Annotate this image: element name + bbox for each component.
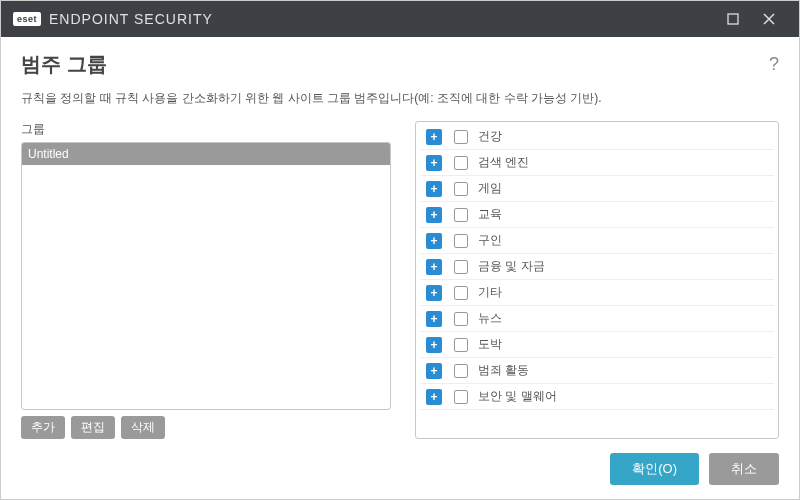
category-label: 범죄 활동 (478, 362, 768, 379)
category-checkbox[interactable] (454, 234, 468, 248)
categories-pane: +건강+검색 엔진+게임+교육+구인+금융 및 자금+기타+뉴스+도박+범죄 활… (415, 121, 779, 439)
delete-button[interactable]: 삭제 (121, 416, 165, 439)
category-checkbox[interactable] (454, 312, 468, 326)
category-checkbox[interactable] (454, 208, 468, 222)
group-list[interactable]: Untitled (21, 142, 391, 410)
expand-icon[interactable]: + (426, 337, 442, 353)
close-icon (763, 13, 775, 25)
expand-icon[interactable]: + (426, 389, 442, 405)
category-label: 뉴스 (478, 310, 768, 327)
category-row: +도박 (420, 332, 774, 358)
category-row: +건강 (420, 124, 774, 150)
category-label: 금융 및 자금 (478, 258, 768, 275)
footer: 확인(O) 취소 (1, 439, 799, 499)
category-checkbox[interactable] (454, 156, 468, 170)
cancel-button[interactable]: 취소 (709, 453, 779, 485)
groups-label: 그룹 (21, 121, 391, 138)
expand-icon[interactable]: + (426, 233, 442, 249)
expand-icon[interactable]: + (426, 259, 442, 275)
category-row: +기타 (420, 280, 774, 306)
groups-pane: 그룹 Untitled 추가 편집 삭제 (21, 121, 391, 439)
category-row: +뉴스 (420, 306, 774, 332)
category-checkbox[interactable] (454, 338, 468, 352)
category-checkbox[interactable] (454, 390, 468, 404)
ok-button[interactable]: 확인(O) (610, 453, 699, 485)
minimize-button[interactable] (715, 1, 751, 37)
category-label: 구인 (478, 232, 768, 249)
titlebar: eset ENDPOINT SECURITY (1, 1, 799, 37)
category-checkbox[interactable] (454, 130, 468, 144)
category-row: +검색 엔진 (420, 150, 774, 176)
page-description: 규칙을 정의할 때 규칙 사용을 간소화하기 위한 웹 사이트 그룹 범주입니다… (21, 90, 779, 107)
category-row: +보안 및 맬웨어 (420, 384, 774, 410)
category-checkbox[interactable] (454, 260, 468, 274)
category-checkbox[interactable] (454, 364, 468, 378)
category-row: +구인 (420, 228, 774, 254)
category-checkbox[interactable] (454, 182, 468, 196)
category-checkbox[interactable] (454, 286, 468, 300)
category-row: +금융 및 자금 (420, 254, 774, 280)
add-button[interactable]: 추가 (21, 416, 65, 439)
categories-scroll[interactable]: +건강+검색 엔진+게임+교육+구인+금융 및 자금+기타+뉴스+도박+범죄 활… (416, 122, 778, 438)
close-button[interactable] (751, 1, 787, 37)
svg-rect-0 (728, 14, 738, 24)
expand-icon[interactable]: + (426, 181, 442, 197)
minimize-icon (727, 13, 739, 25)
category-row: +범죄 활동 (420, 358, 774, 384)
category-label: 검색 엔진 (478, 154, 768, 171)
expand-icon[interactable]: + (426, 207, 442, 223)
expand-icon[interactable]: + (426, 311, 442, 327)
expand-icon[interactable]: + (426, 363, 442, 379)
category-label: 교육 (478, 206, 768, 223)
expand-icon[interactable]: + (426, 129, 442, 145)
page-title: 범주 그룹 (21, 51, 107, 78)
category-row: +교육 (420, 202, 774, 228)
brand-text: ENDPOINT SECURITY (49, 11, 213, 27)
category-label: 건강 (478, 128, 768, 145)
category-label: 보안 및 맬웨어 (478, 388, 768, 405)
expand-icon[interactable]: + (426, 155, 442, 171)
expand-icon[interactable]: + (426, 285, 442, 301)
edit-button[interactable]: 편집 (71, 416, 115, 439)
group-item[interactable]: Untitled (22, 143, 390, 165)
category-label: 게임 (478, 180, 768, 197)
brand-badge: eset (13, 12, 41, 26)
category-label: 기타 (478, 284, 768, 301)
category-row: +게임 (420, 176, 774, 202)
help-icon[interactable]: ? (769, 54, 779, 75)
category-label: 도박 (478, 336, 768, 353)
content: 범주 그룹 ? 규칙을 정의할 때 규칙 사용을 간소화하기 위한 웹 사이트 … (1, 37, 799, 439)
